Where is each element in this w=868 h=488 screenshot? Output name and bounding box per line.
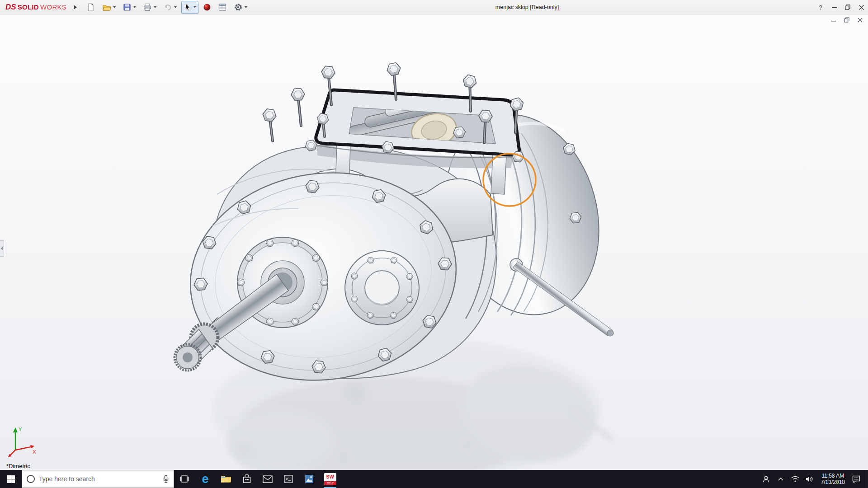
system-tray: 11:58 AM 7/13/2018 [760, 470, 868, 488]
clock-time: 11:58 AM [821, 473, 845, 479]
titlebar: DS SOLIDWORKS [0, 0, 868, 14]
action-center-button[interactable] [850, 470, 862, 488]
store-icon [242, 474, 251, 483]
open-folder-icon [102, 3, 111, 12]
action-center-icon [852, 475, 860, 483]
microphone-icon[interactable] [163, 475, 169, 483]
file-properties-button[interactable] [216, 1, 229, 14]
select-dropdown-caret[interactable] [193, 6, 196, 8]
file-explorer-icon [221, 474, 231, 483]
taskbar-app-solidworks[interactable]: SW 2017 [320, 470, 340, 488]
tray-overflow-button[interactable] [775, 470, 787, 488]
undo-button[interactable] [161, 1, 179, 14]
restore-icon [845, 5, 850, 10]
brand-works: WORKS [40, 3, 66, 11]
taskbar-app-store[interactable] [236, 470, 257, 488]
taskbar-app-photos[interactable] [299, 470, 320, 488]
new-document-icon [86, 3, 95, 12]
console-window-icon [284, 475, 293, 483]
wifi-icon [791, 476, 799, 482]
window-controls: ? [814, 0, 868, 14]
window-title: menjac sklop [Read-only] [495, 4, 559, 10]
network-button[interactable] [789, 470, 801, 488]
document-minimize-button[interactable] [830, 17, 837, 23]
search-input[interactable] [39, 475, 159, 483]
task-view-icon [180, 475, 189, 483]
close-button[interactable] [854, 0, 868, 14]
rebuild-icon [203, 3, 211, 11]
chevron-right-icon [1, 247, 3, 250]
document-restore-button[interactable] [843, 17, 850, 23]
undo-icon [163, 3, 172, 12]
open-dropdown-caret[interactable] [113, 6, 116, 8]
minimize-button[interactable] [827, 0, 841, 14]
quick-access-toolbar [84, 1, 250, 14]
z-axis [10, 450, 15, 455]
select-button[interactable] [181, 1, 198, 14]
x-axis-label: X [33, 449, 36, 455]
mail-icon [263, 475, 273, 483]
options-button[interactable] [231, 1, 250, 14]
reference-triad: Y X [5, 422, 42, 460]
help-button[interactable]: ? [814, 4, 827, 11]
show-desktop-button[interactable] [865, 470, 867, 488]
options-dropdown-caret[interactable] [245, 6, 247, 8]
menu-flyout-arrow-icon[interactable] [74, 5, 77, 9]
task-view-button[interactable] [174, 470, 195, 488]
restore-button[interactable] [841, 0, 854, 14]
solidworks-icon-year: 2017 [324, 481, 336, 485]
rebuild-button[interactable] [201, 1, 213, 13]
taskbar-app-console[interactable] [278, 470, 299, 488]
new-document-button[interactable] [84, 1, 98, 14]
taskbar: e [0, 470, 868, 488]
gearbox-model[interactable] [0, 14, 868, 470]
brand-solid: SOLID [18, 3, 39, 11]
y-axis-label: Y [19, 427, 22, 432]
chevron-up-icon [778, 477, 783, 481]
x-axis [15, 447, 31, 450]
document-close-button[interactable] [856, 17, 863, 23]
side-cover[interactable] [345, 251, 419, 325]
print-icon [143, 3, 152, 12]
view-orientation-label: *Dimetric [6, 463, 30, 469]
screen: DS SOLIDWORKS [0, 0, 868, 488]
taskbar-search[interactable] [22, 470, 174, 488]
save-dropdown-caret[interactable] [133, 6, 136, 8]
start-button[interactable] [0, 470, 22, 488]
taskbar-app-edge[interactable]: e [195, 470, 216, 488]
clock-date: 7/13/2018 [821, 479, 845, 485]
taskbar-app-mail[interactable] [257, 470, 278, 488]
volume-button[interactable] [804, 470, 816, 488]
ds-monogram-icon: DS [5, 3, 16, 12]
photos-icon [305, 474, 314, 483]
panel-expand-handle[interactable] [0, 240, 4, 257]
speaker-icon [806, 476, 813, 483]
print-button[interactable] [141, 1, 159, 14]
save-button[interactable] [120, 1, 138, 14]
document-close-icon [858, 18, 863, 23]
solidworks-logo: DS SOLIDWORKS [0, 3, 70, 12]
undo-dropdown-caret[interactable] [174, 6, 177, 8]
solidworks-icon: SW 2017 [324, 473, 336, 485]
people-button[interactable] [760, 470, 772, 488]
taskbar-clock[interactable]: 11:58 AM 7/13/2018 [818, 473, 848, 485]
taskbar-app-file-explorer[interactable] [216, 470, 236, 488]
solidworks-icon-label: SW [326, 473, 334, 480]
windows-logo-icon [7, 475, 15, 483]
file-properties-icon [218, 3, 227, 12]
edge-icon: e [202, 473, 208, 485]
select-cursor-icon [184, 3, 192, 12]
options-gear-icon [234, 3, 243, 12]
graphics-area[interactable]: Y X *Dimetric [0, 14, 868, 470]
cortana-icon [27, 475, 35, 483]
document-window-controls [830, 17, 863, 23]
minimize-icon [832, 5, 837, 10]
close-icon [859, 5, 864, 10]
people-icon [762, 475, 770, 483]
document-restore-icon [844, 17, 849, 23]
print-dropdown-caret[interactable] [154, 6, 156, 8]
open-button[interactable] [100, 1, 118, 14]
document-minimize-icon [831, 17, 836, 23]
save-floppy-icon [123, 3, 132, 12]
